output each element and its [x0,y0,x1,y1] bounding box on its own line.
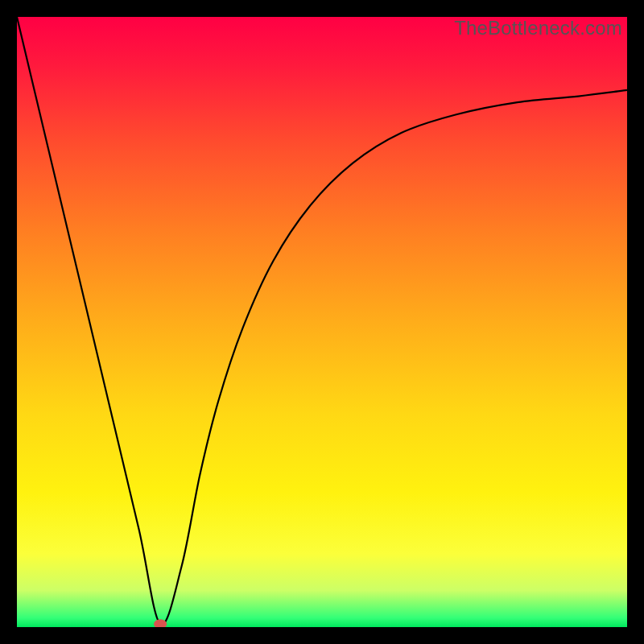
chart-frame: TheBottleneck.com [17,17,627,627]
bottleneck-chart [17,17,627,627]
gradient-background [17,17,627,627]
watermark-text: TheBottleneck.com [454,17,622,39]
